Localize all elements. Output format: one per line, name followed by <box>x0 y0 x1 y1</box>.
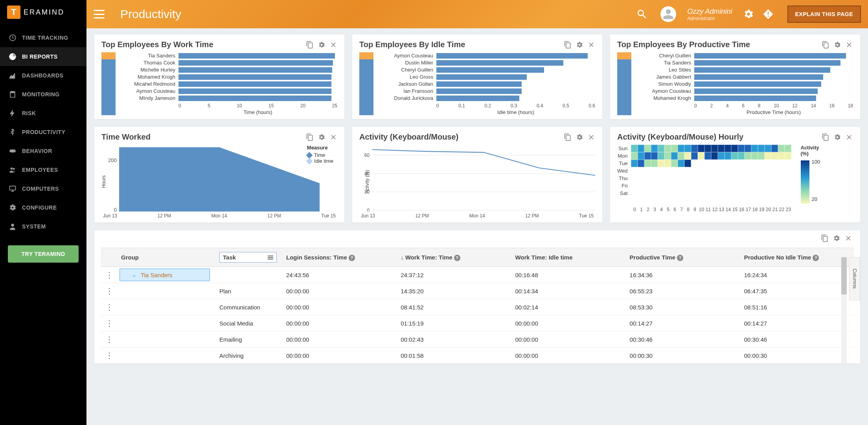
sidebar-item-dashboards[interactable]: DASHBOARDS <box>0 66 86 85</box>
user-block[interactable]: Ozzy Adminini Administrator <box>687 7 732 21</box>
panel-title: Top Employees By Idle Time <box>359 40 564 49</box>
gear-icon[interactable] <box>833 41 841 49</box>
sidebar-item-computers[interactable]: COMPUTERS <box>0 179 86 198</box>
svg-text:200: 200 <box>108 157 117 163</box>
bar-row: Thomas Cook <box>120 59 337 66</box>
gamepad-icon <box>9 147 17 155</box>
gear-icon[interactable] <box>576 133 583 141</box>
close-icon[interactable] <box>845 41 853 49</box>
col-group[interactable]: Group <box>116 248 215 267</box>
bar-row: James Gabbert <box>635 74 853 80</box>
help-icon[interactable]: ? <box>813 255 819 261</box>
copy-icon[interactable] <box>821 234 829 242</box>
svg-text:40: 40 <box>364 171 370 177</box>
sidebar-item-monitoring[interactable]: MONITORING <box>0 85 86 104</box>
sidebar-item-configure[interactable]: CONFIGURE <box>0 198 86 217</box>
productivity-table: Group Task Login Sessions: Time? ↓Work T… <box>101 248 854 364</box>
col-prod[interactable]: Productive Time? <box>625 248 739 267</box>
close-icon[interactable] <box>844 234 852 242</box>
avatar[interactable] <box>660 6 676 22</box>
panel-title: Top Employees By Work Time <box>101 40 306 49</box>
help-icon[interactable]: ? <box>454 255 460 261</box>
search-icon[interactable] <box>636 8 648 20</box>
copy-icon[interactable] <box>306 41 314 49</box>
chart-line-icon <box>9 72 17 79</box>
close-icon[interactable] <box>587 133 595 141</box>
svg-text:60: 60 <box>364 153 370 158</box>
user-name: Ozzy Adminini <box>687 7 732 16</box>
col-login[interactable]: Login Sessions: Time? <box>281 248 396 267</box>
panel-title: Activity (Keyboard/Mouse) <box>359 132 564 142</box>
sidebar-item-system[interactable]: SYSTEM <box>0 217 86 236</box>
row-actions-icon[interactable]: ⋮ <box>105 351 113 360</box>
close-icon[interactable] <box>329 41 337 49</box>
table-row[interactable]: ⋮Communication00:00:0008:41:5200:02:1408… <box>101 299 854 315</box>
close-icon[interactable] <box>587 41 595 49</box>
bar-row: Simon Woodly <box>635 81 853 87</box>
column-menu-icon[interactable] <box>268 256 273 259</box>
explain-page-button[interactable]: EXPLAIN THIS PAGE <box>787 6 861 23</box>
row-actions-icon[interactable]: ⋮ <box>105 287 113 295</box>
group-chip[interactable]: ⌄Tia Sanders <box>120 269 210 281</box>
bar-row: Leo Gross <box>377 74 595 80</box>
row-actions-icon[interactable]: ⋮ <box>105 303 113 311</box>
bar-row: Aymon Cousteau <box>635 88 853 94</box>
copy-icon[interactable] <box>306 133 314 141</box>
bar-row: Aymon Cousteau <box>120 88 337 94</box>
col-prod-noidle[interactable]: Productive No Idle Time? <box>739 248 854 267</box>
copy-icon[interactable] <box>822 41 829 49</box>
users-icon <box>9 166 17 174</box>
row-actions-icon[interactable]: ⋮ <box>105 319 113 327</box>
clock-icon <box>9 34 17 42</box>
panel-title: Time Worked <box>101 132 306 142</box>
table-row[interactable]: ⋮⌄Tia Sanders24:43:5624:37:1200:16:4816:… <box>101 267 854 283</box>
row-actions-icon[interactable]: ⋮ <box>105 335 113 344</box>
page-title: Productivity <box>120 7 181 21</box>
close-icon[interactable] <box>329 133 337 141</box>
sidebar-item-risk[interactable]: RISK <box>0 104 86 123</box>
help-icon[interactable]: ? <box>677 255 683 261</box>
svg-text:0: 0 <box>114 207 117 212</box>
try-teramind-button[interactable]: TRY TERAMIND <box>8 245 79 263</box>
gear-icon[interactable] <box>318 133 326 141</box>
alert-icon[interactable] <box>762 8 774 20</box>
gear-icon[interactable] <box>743 8 754 20</box>
table-row[interactable]: ⋮Plan00:00:0014:35:2000:14:3406:55:2306:… <box>101 283 854 299</box>
chevron-down-icon: ⌄ <box>132 271 137 278</box>
gear-icon[interactable] <box>833 234 840 242</box>
columns-toggle[interactable]: Columns <box>849 257 860 300</box>
col-work[interactable]: ↓Work Time: Time? <box>396 248 510 267</box>
panel-title: Top Employees By Productive Time <box>617 40 822 49</box>
copy-icon[interactable] <box>564 41 572 49</box>
help-icon[interactable]: ? <box>349 255 355 261</box>
table-row[interactable]: ⋮Archiving00:00:0000:01:5800:00:0000:00:… <box>101 348 854 364</box>
table-row[interactable]: ⋮Social Media00:00:0001:15:1900:00:0000:… <box>101 315 854 331</box>
monitor-icon <box>9 185 17 193</box>
table-scrollbar[interactable] <box>841 257 847 364</box>
row-actions-icon[interactable]: ⋮ <box>105 270 113 279</box>
sidebar-item-bi-reports[interactable]: BI REPORTS <box>0 47 86 66</box>
sidebar-item-employees[interactable]: EMPLOYEES <box>0 160 86 179</box>
logo[interactable]: T ERAMIND <box>0 0 86 24</box>
dollar-icon <box>9 128 17 136</box>
svg-point-6 <box>11 224 14 226</box>
table-row[interactable]: ⋮Emailing00:00:0000:02:4300:00:0000:30:4… <box>101 331 854 348</box>
col-idle[interactable]: Work Time: Idle time <box>510 248 625 267</box>
gear-icon[interactable] <box>318 41 326 49</box>
logo-badge: T <box>7 6 20 19</box>
gear-icon[interactable] <box>576 41 583 49</box>
copy-icon[interactable] <box>564 133 572 141</box>
close-icon[interactable] <box>845 133 853 141</box>
sidebar-item-behavior[interactable]: BEHAVIOR <box>0 142 86 160</box>
gear-icon <box>9 204 17 212</box>
bar-row: Cheryl Guillen <box>377 66 595 73</box>
gear-icon[interactable] <box>833 133 841 141</box>
col-task[interactable]: Task <box>215 248 281 267</box>
copy-icon[interactable] <box>822 133 829 141</box>
hamburger-icon[interactable] <box>94 10 105 18</box>
sidebar-item-time-tracking[interactable]: TIME TRACKING <box>0 28 86 47</box>
bar-row: Cheryl Guillen <box>635 52 853 59</box>
bar-row: Tia Sanders <box>635 59 853 66</box>
sidebar-item-productivity[interactable]: PRODUCTIVITY <box>0 123 86 142</box>
bar-row: Micahel Redmond <box>120 81 337 87</box>
